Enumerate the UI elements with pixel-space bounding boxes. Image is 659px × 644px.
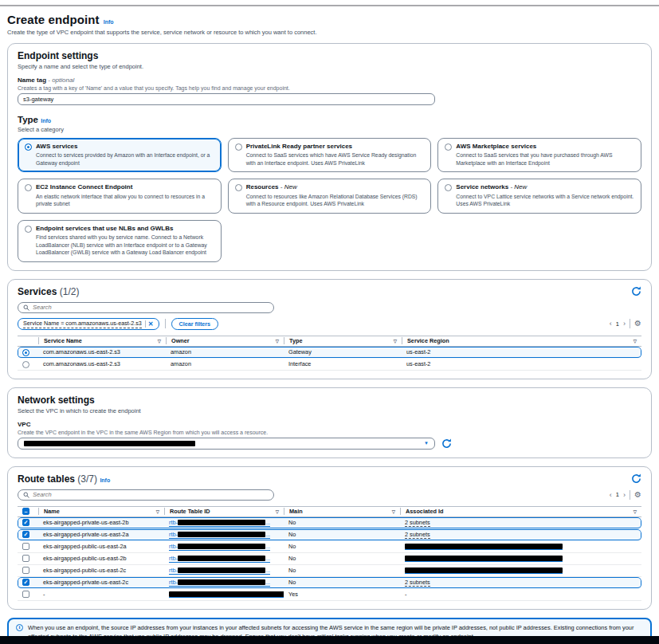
type-option-description: Connect to SaaS services which have AWS … [246,151,425,167]
vpc-refresh-button[interactable] [441,438,452,449]
type-info-link[interactable]: Info [41,118,51,124]
table-row[interactable]: ✓ eks-airgapped-private-us-east-2a rtb-.… [18,529,641,541]
route-table-id-link[interactable]: rtb-... [169,531,270,539]
clear-filters-button[interactable]: Clear filters [171,318,219,330]
row-radio[interactable] [22,361,29,368]
refresh-icon [631,286,641,296]
column-header-service-name[interactable]: Service Name▽ [38,337,166,344]
route-tables-refresh-button[interactable] [631,473,641,484]
gear-icon[interactable]: ⚙ [634,491,641,499]
associated-id-cell[interactable]: 2 subnets [405,579,430,587]
sort-icon[interactable]: ▽ [276,509,279,514]
sort-icon[interactable]: ▽ [276,339,279,344]
route-tables-pagination: ‹ 1 › ⚙ [610,490,641,500]
page-info-link[interactable]: Info [104,19,114,25]
column-header-type[interactable]: Type▽ [284,337,402,344]
radio-selected-icon[interactable] [25,143,32,151]
chevron-down-icon: ▼ [424,441,429,446]
column-header-owner[interactable]: Owner▽ [166,337,284,344]
route-table-id-link[interactable]: rtb-... [169,555,270,563]
route-tables-table-header: – Name▽ Route Table ID▽ Main▽ Associated… [18,506,641,517]
services-search-box[interactable] [18,302,274,313]
row-checkbox[interactable] [22,567,29,574]
route-tables-card: Route tables (3/7) Info ‹ 1 [7,466,652,610]
row-checkbox[interactable] [22,555,29,562]
vpc-select[interactable]: ▼ [18,438,435,450]
services-search-input[interactable] [33,304,269,311]
sort-icon[interactable]: ▽ [158,339,161,344]
route-table-id-link[interactable]: rtb-... [169,543,270,551]
radio-icon[interactable] [445,143,452,151]
sort-icon[interactable]: ▽ [634,509,637,514]
service-region-cell: us-east-2 [402,360,641,367]
associated-id-link[interactable] [405,544,563,550]
column-header-service-region[interactable]: Service Region▽ [402,337,641,344]
associated-id-cell[interactable]: 2 subnets [405,531,430,539]
radio-icon[interactable] [25,226,32,233]
info-icon: i [16,624,23,631]
table-row[interactable]: com.amazonaws.us-east-2.s3 amazon Gatewa… [18,347,641,359]
route-table-id-link[interactable]: rtb-... [169,567,270,575]
route-tables-info-link[interactable]: Info [100,477,110,483]
route-table-id-link[interactable] [169,591,284,598]
column-header-main[interactable]: Main▽ [284,508,400,515]
radio-icon[interactable] [445,184,452,191]
radio-icon[interactable] [235,143,242,151]
column-header-route-table-id[interactable]: Route Table ID▽ [164,508,284,515]
route-tables-search-box[interactable] [18,489,274,501]
associated-id-cell[interactable]: 2 subnets [405,519,430,527]
route-table-id-link[interactable]: rtb-... [169,519,270,527]
sort-icon[interactable]: ▽ [156,509,159,514]
route-table-id-link[interactable]: rtb-... [169,579,270,587]
gear-icon[interactable]: ⚙ [634,320,641,328]
type-option-marketplace[interactable]: AWS Marketplace services Connect to SaaS… [437,138,641,172]
table-row[interactable]: eks-airgapped-public-us-east-2a rtb-... … [18,541,641,553]
column-header-name[interactable]: Name▽ [38,508,164,515]
vpc-label: VPC [18,421,641,428]
radio-icon[interactable] [235,184,242,191]
name-tag-input[interactable] [18,93,435,105]
table-row[interactable]: ✓ eks-airgapped-private-us-east-2b rtb-.… [18,517,641,529]
table-row[interactable]: com.amazonaws.us-east-2.s3 amazon Interf… [18,359,641,371]
route-table-name-cell: eks-airgapped-public-us-east-2b [38,555,164,562]
table-row[interactable]: eks-airgapped-public-us-east-2c rtb-... … [18,565,641,577]
route-tables-search-input[interactable] [33,491,269,498]
prev-page-icon[interactable]: ‹ [610,491,612,499]
associated-id-link[interactable] [405,567,563,574]
row-radio-selected[interactable] [22,349,29,356]
type-option-title: Endpoint services that use NLBs and GWLB… [36,225,214,233]
select-all-checkbox[interactable]: – [22,508,29,515]
type-option-privatelink-partner[interactable]: PrivateLink Ready partner services Conne… [228,138,432,172]
row-checkbox-checked[interactable]: ✓ [22,579,29,586]
row-checkbox[interactable] [22,591,29,598]
column-header-associated-id[interactable]: Associated Id▽ [400,508,641,515]
redacted-id [178,556,265,561]
prev-page-icon[interactable]: ‹ [610,320,612,328]
page-number[interactable]: 1 [616,320,619,328]
row-checkbox-checked[interactable]: ✓ [22,531,29,538]
services-refresh-button[interactable] [631,286,641,296]
type-option-service-networks[interactable]: Service networks - New Connect to VPC La… [437,179,641,213]
next-page-icon[interactable]: › [623,491,626,499]
associated-id-link[interactable] [405,556,563,562]
row-checkbox-checked[interactable]: ✓ [22,519,29,526]
table-row[interactable]: eks-airgapped-public-us-east-2b rtb-... … [18,553,641,565]
type-option-aws-services[interactable]: AWS services Connect to services provide… [18,138,222,172]
filter-chip-close-icon[interactable]: ✕ [145,320,156,328]
table-row[interactable]: ✓ eks-airgapped-private-us-east-2c rtb-.… [18,577,641,589]
type-option-resources[interactable]: Resources - New Connect to resources lik… [228,179,432,213]
page-number[interactable]: 1 [616,491,619,498]
type-option-ec2-instance-connect[interactable]: EC2 Instance Connect Endpoint An elastic… [18,179,222,213]
main-cell: No [284,531,400,538]
type-option-nlb-gwlb[interactable]: Endpoint services that use NLBs and GWLB… [18,220,222,262]
sort-icon[interactable]: ▽ [392,509,395,514]
redacted-id [178,579,265,585]
row-checkbox[interactable] [22,543,29,550]
main-cell: No [284,543,400,550]
radio-icon[interactable] [25,184,32,191]
table-row[interactable]: - Yes - [18,589,641,601]
sort-icon[interactable]: ▽ [394,339,397,344]
next-page-icon[interactable]: › [623,320,626,328]
services-table-header: Service Name▽ Owner▽ Type▽ Service Regio… [18,336,641,347]
sort-icon[interactable]: ▽ [634,339,637,344]
